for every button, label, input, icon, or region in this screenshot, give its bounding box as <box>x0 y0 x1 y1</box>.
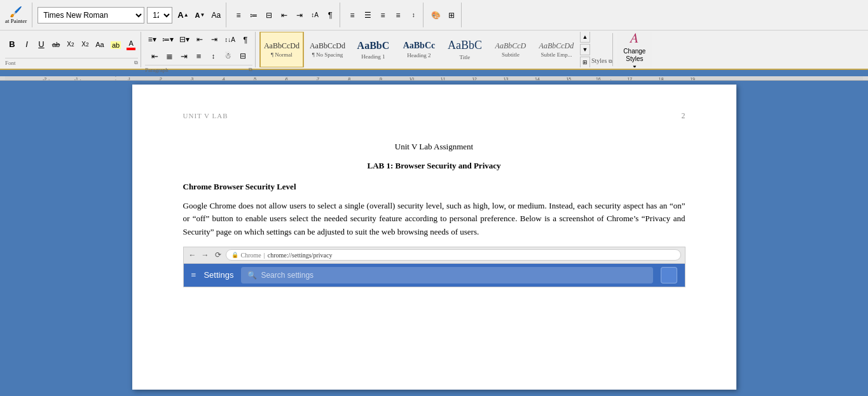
settings-search-bar[interactable]: 🔍 Search settings <box>241 267 652 283</box>
style-heading2-preview: AaBbCc <box>403 41 436 51</box>
superscript-button[interactable]: X2 <box>78 37 92 52</box>
text-highlight-button[interactable]: ab <box>108 38 123 53</box>
change-styles-button[interactable]: 𝐴 ChangeStyles ▼ <box>617 32 652 67</box>
clear-format-button[interactable]: Aa <box>209 8 223 23</box>
styles-scroll-up[interactable]: ▲ <box>580 32 590 43</box>
doc-title[interactable]: Unit V Lab Assignment <box>183 140 685 153</box>
italic-button[interactable]: I <box>20 37 34 52</box>
refresh-button[interactable]: ⟳ <box>213 249 223 261</box>
svg-text:10: 10 <box>409 77 414 81</box>
increase-indent-btn2[interactable]: ⇥ <box>207 32 221 47</box>
doc-paragraph[interactable]: Google Chrome does not allow users to se… <box>183 200 685 239</box>
sort-button[interactable]: ↕A <box>308 8 322 23</box>
decrease-indent-btn2[interactable]: ⇤ <box>193 32 207 47</box>
font-format-row: B I U ab X2 X2 Aa <box>5 37 107 52</box>
align-right-btn2[interactable]: ⇥ <box>177 48 191 64</box>
page-header: UNIT V LAB 2 <box>183 110 685 121</box>
align-left-btn2[interactable]: ⇤ <box>148 48 162 64</box>
style-subtitle[interactable]: AaBbCcD Subtitle <box>488 32 533 67</box>
svg-text:8: 8 <box>348 77 351 81</box>
search-icon: 🔍 <box>247 270 257 281</box>
font-size-dropdown[interactable]: 12 <box>147 7 172 24</box>
svg-rect-0 <box>5 76 863 81</box>
style-no-spacing[interactable]: AaBbCcDd ¶ No Spacing <box>305 32 350 67</box>
multilevel-list-button[interactable]: ⊟ <box>262 8 276 23</box>
align-right-button[interactable]: ≡ <box>376 8 390 23</box>
svg-text:12: 12 <box>472 77 477 81</box>
subscript-button[interactable]: X2 <box>64 37 78 52</box>
format-painter[interactable]: 🖌️ at Painter <box>5 3 32 27</box>
settings-hamburger[interactable]: ≡ <box>191 268 196 282</box>
forward-button[interactable]: → <box>200 249 210 261</box>
borders-button[interactable]: ⊞ <box>444 8 458 23</box>
style-subtle-emp[interactable]: AaBbCcDd Subtle Emp... <box>534 32 579 67</box>
doc-section-title[interactable]: Chrome Browser Security Level <box>183 181 685 193</box>
paragraph-expander[interactable]: ⧉ <box>249 67 252 73</box>
shading-btn2[interactable]: ☃ <box>221 48 235 64</box>
justify-button[interactable]: ≡ <box>391 8 405 23</box>
alignment-controls: ≡ ☰ ≡ ≡ ↕ <box>345 3 424 27</box>
bullet-list-button[interactable]: ≡ <box>231 8 245 23</box>
strikethrough-button[interactable]: ab <box>49 37 63 52</box>
justify-btn2[interactable]: ≡ <box>192 48 206 64</box>
style-normal[interactable]: AaBbCcDd ¶ Normal <box>259 32 304 67</box>
decrease-indent-button[interactable]: ⇤ <box>277 8 291 23</box>
case-button[interactable]: Aa <box>93 37 107 52</box>
underline-button[interactable]: U <box>34 37 48 52</box>
style-heading2[interactable]: AaBbCc Heading 2 <box>397 32 441 67</box>
sort-btn2[interactable]: ↕↓A <box>222 32 238 47</box>
bullet-list-btn2[interactable]: ≡▾ <box>145 32 159 47</box>
font-color-button[interactable]: A <box>124 38 138 53</box>
settings-avatar[interactable] <box>661 267 677 283</box>
numbered-list-btn2[interactable]: ≔▾ <box>160 32 176 47</box>
increase-indent-button[interactable]: ⇥ <box>293 8 307 23</box>
underline-label: U <box>38 39 44 49</box>
align-center-btn2[interactable]: ≣ <box>163 48 177 64</box>
font-name-dropdown[interactable]: Times New Roman <box>38 7 144 24</box>
bold-button[interactable]: B <box>5 37 19 52</box>
document-area: -2 -1 1 2 3 4 5 6 7 <box>0 70 868 396</box>
doc-subtitle[interactable]: LAB 1: Browser Security and Privacy <box>183 160 685 172</box>
show-marks-button[interactable]: ¶ <box>323 8 337 23</box>
numbered-list-button[interactable]: ≔ <box>247 8 261 23</box>
paragraph-top-row: ≡▾ ≔▾ ⊟▾ ⇤ ⇥ ↕↓A ¶ <box>145 32 252 47</box>
style-title-label: Title <box>460 54 471 60</box>
style-title[interactable]: AaBbC Title <box>443 32 487 67</box>
strike-label: ab <box>52 41 60 48</box>
paragraph-bottom-row: ⇤ ≣ ⇥ ≡ ↕ ☃ ⊟ <box>148 48 250 64</box>
svg-text:17: 17 <box>627 77 632 81</box>
address-separator: | <box>264 250 265 260</box>
back-button[interactable]: ← <box>188 249 198 261</box>
line-spacing-button[interactable]: ↕ <box>406 8 420 23</box>
svg-text:1: 1 <box>128 77 131 81</box>
style-heading1[interactable]: AaBbC Heading 1 <box>351 32 396 67</box>
ribbon-bottom: B I U ab X2 X2 Aa ab <box>0 31 868 69</box>
style-heading1-preview: AaBbC <box>357 39 390 51</box>
styles-expand[interactable]: ⊞ <box>580 57 590 67</box>
styles-section: AaBbCcDd ¶ Normal AaBbCcDd ¶ No Spacing … <box>257 32 865 67</box>
svg-text:18: 18 <box>659 77 664 81</box>
svg-text:14: 14 <box>535 77 540 81</box>
styles-scroll-down[interactable]: ▼ <box>580 44 590 55</box>
font-expander[interactable]: ⧉ <box>134 60 138 66</box>
align-left-button[interactable]: ≡ <box>345 8 359 23</box>
address-bar[interactable]: 🔒 Chrome | chrome://settings/privacy <box>226 249 681 261</box>
shading-button[interactable]: 🎨 <box>429 8 443 23</box>
show-marks-btn2[interactable]: ¶ <box>238 32 252 47</box>
color-row: ab A <box>108 38 138 53</box>
svg-text:7: 7 <box>317 77 319 81</box>
style-subtle-label: Subtle Emp... <box>541 51 572 58</box>
shrink-font-button[interactable]: A▼ <box>193 8 208 23</box>
linespace-btn2[interactable]: ↕ <box>207 48 221 64</box>
align-center-button[interactable]: ☰ <box>361 8 375 23</box>
paragraph-section-label: Paragraph ⧉ <box>145 65 252 74</box>
borders-btn2[interactable]: ⊟ <box>236 48 250 64</box>
style-nospacing-preview: AaBbCcDd <box>310 41 345 50</box>
grow-font-button[interactable]: A▲ <box>175 8 191 23</box>
svg-text:-2: -2 <box>43 77 46 81</box>
multilevel-btn2[interactable]: ⊟▾ <box>177 32 192 47</box>
svg-text:11: 11 <box>441 77 446 81</box>
change-styles-label: ChangeStyles <box>623 48 645 63</box>
styles-expander[interactable]: ⧉ <box>609 58 612 64</box>
ribbon: 🖌️ at Painter Times New Roman 12 A▲ A▼ A… <box>0 0 868 70</box>
